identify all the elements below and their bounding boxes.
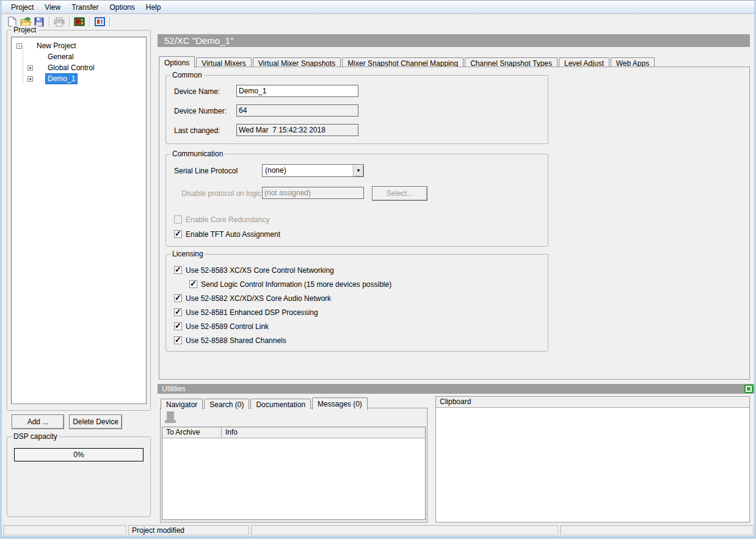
enable-core-redundancy-row[interactable]: Enable Core Redundancy (174, 215, 269, 224)
license-row[interactable]: Use 52-8583 XC/XS Core Control Networkin… (174, 266, 334, 275)
menu-options[interactable]: Options (104, 1, 140, 13)
serial-line-protocol-label: Serial Line Protocol (174, 167, 238, 175)
status-cell-empty (3, 525, 126, 535)
menu-transfer[interactable]: Transfer (66, 1, 104, 13)
license-row[interactable]: Use 52-8582 XC/XD/XS Core Audio Network (174, 294, 331, 303)
tree-connector (23, 46, 23, 82)
common-group: Common Device Name: Device Number: Last … (165, 75, 548, 144)
disable-protocol-label: Disable protocol on logic (181, 189, 261, 198)
add-device-button[interactable]: Add ... (12, 414, 64, 429)
dsp-capacity-title: DSP capacity (12, 432, 59, 441)
window-border (2, 536, 754, 539)
transfer-config-icon[interactable] (73, 15, 86, 28)
tree-item-label[interactable]: New Project (35, 41, 78, 51)
archive-icon (164, 411, 176, 424)
communication-group-title: Communication (170, 150, 225, 158)
menu-view[interactable]: View (39, 1, 66, 13)
collapse-icon[interactable]: - (16, 43, 22, 49)
delete-device-button[interactable]: Delete Device (69, 414, 122, 429)
tree-item-demo1[interactable]: + Demo_1 (27, 73, 77, 84)
tree-item-label-selected[interactable]: Demo_1 (46, 74, 77, 84)
tree-item-new-project[interactable]: - New Project (16, 40, 78, 51)
common-group-title: Common (170, 71, 204, 79)
clipboard-panel: Clipboard (435, 396, 750, 523)
device-name-input[interactable] (236, 85, 358, 97)
expand-icon[interactable]: + (27, 76, 33, 82)
column-to-archive[interactable]: To Archive (162, 427, 222, 438)
license-label: Use 52-8589 Control Link (186, 322, 269, 331)
expand-icon[interactable]: + (27, 65, 33, 71)
licensing-group-title: Licensing (170, 250, 205, 258)
license-checkbox[interactable] (174, 322, 182, 330)
license-label: Use 52-8582 XC/XD/XS Core Audio Network (186, 294, 331, 303)
toolbar (2, 15, 754, 29)
license-checkbox[interactable] (174, 294, 182, 302)
license-row[interactable]: Use 52-8581 Enhanced DSP Processing (174, 308, 318, 317)
dsp-capacity-value: 0% (73, 450, 84, 459)
license-label: Use 52-8583 XC/XS Core Control Networkin… (186, 266, 334, 275)
license-label: Send Logic Control Information (15 more … (201, 280, 391, 289)
license-row[interactable]: Use 52-8588 Shared Channels (174, 336, 286, 345)
toolbar-separator (49, 16, 49, 27)
menu-help[interactable]: Help (140, 1, 167, 13)
last-changed-label: Last changed: (174, 126, 220, 135)
tab-documentation[interactable]: Documentation (250, 399, 311, 409)
messages-panel: To Archive Info (160, 408, 427, 523)
enable-tft-row[interactable]: Enable TFT Auto Assignment (174, 230, 280, 239)
dsp-capacity-progressbar: 0% (14, 448, 144, 461)
tab-search[interactable]: Search (0) (204, 399, 249, 409)
dsp-capacity-group: DSP capacity 0% (7, 436, 151, 517)
serial-line-protocol-combo[interactable]: (none) ▼ (262, 164, 364, 177)
license-checkbox[interactable] (174, 308, 182, 316)
device-name-label: Device Name: (174, 87, 220, 96)
combo-value: (none) (263, 165, 353, 176)
tab-navigator[interactable]: Navigator (161, 399, 203, 409)
project-group: Project - New Project General + Global C… (7, 30, 151, 411)
tree-item-label[interactable]: Global Control (46, 63, 96, 73)
license-label: Use 52-8588 Shared Channels (186, 336, 286, 345)
utilities-title: Utilities (162, 385, 186, 393)
print-icon[interactable] (53, 15, 66, 28)
clipboard-body[interactable] (436, 408, 749, 522)
license-checkbox[interactable] (174, 266, 182, 274)
project-group-title: Project (12, 26, 38, 34)
status-cell-empty (560, 525, 754, 535)
restore-icon (747, 387, 751, 391)
license-checkbox[interactable] (189, 280, 197, 288)
messages-table[interactable]: To Archive Info (162, 427, 426, 520)
column-info[interactable]: Info (222, 427, 425, 438)
app-window: Project View Transfer Options Help Pro (0, 0, 756, 539)
license-checkbox[interactable] (174, 336, 182, 344)
license-row[interactable]: Use 52-8589 Control Link (174, 322, 269, 331)
utilities-tab-bar: Navigator Search (0) Documentation Messa… (161, 396, 369, 408)
tab-messages[interactable]: Messages (0) (312, 397, 368, 410)
menu-bar: Project View Transfer Options Help (2, 1, 754, 14)
tree-item-global-control[interactable]: + Global Control (27, 62, 96, 73)
tft-auto-checkbox[interactable] (174, 230, 182, 238)
utilities-restore-button[interactable] (744, 385, 753, 393)
archive-button[interactable] (163, 410, 178, 425)
core-redundancy-checkbox[interactable] (174, 215, 182, 223)
tree-item-label[interactable]: General (46, 52, 76, 62)
disable-protocol-field: (not assigned) (262, 187, 364, 199)
clipboard-header: Clipboard (436, 397, 749, 408)
device-title-bar: 52/XC "Demo_1" (158, 34, 750, 47)
device-tab-bar: Options Virtual Mixers Virtual Mixer Sna… (159, 55, 656, 67)
device-number-label: Device Number: (174, 107, 227, 115)
tab-options[interactable]: Options (159, 56, 195, 68)
select-logic-button[interactable]: Select... (372, 186, 427, 201)
chevron-down-icon[interactable]: ▼ (353, 165, 363, 176)
toolbar-separator (69, 16, 70, 27)
utilities-title-bar: Utilities (158, 384, 755, 394)
menu-project[interactable]: Project (5, 1, 39, 13)
status-message: Project modified (128, 525, 249, 535)
options-dialog-icon[interactable] (93, 15, 106, 28)
communication-group: Communication Serial Line Protocol (none… (165, 154, 548, 247)
status-cell-empty (251, 525, 558, 535)
toolbar-separator (89, 16, 90, 27)
device-number-field (236, 104, 358, 117)
device-title-text: 52/XC "Demo_1" (164, 35, 233, 46)
license-sub-row[interactable]: Send Logic Control Information (15 more … (189, 280, 391, 289)
tree-item-general[interactable]: General (27, 51, 76, 62)
project-tree[interactable]: - New Project General + Global Control +… (11, 37, 147, 404)
